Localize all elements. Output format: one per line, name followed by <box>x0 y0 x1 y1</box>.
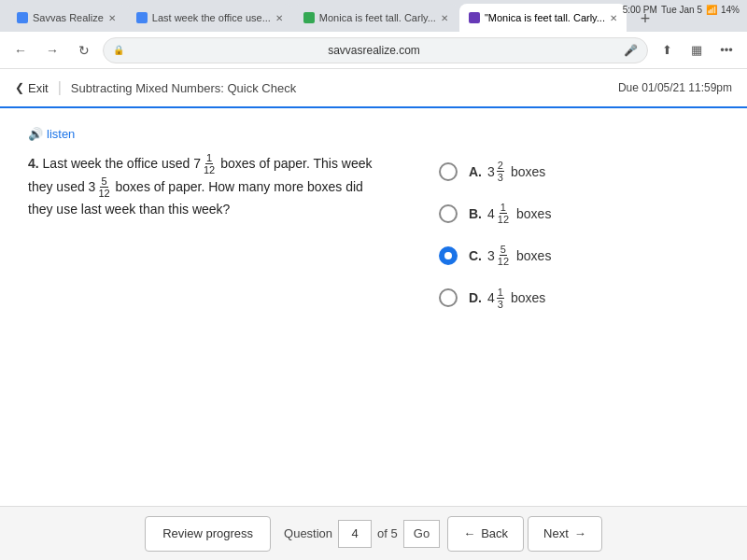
back-nav-button[interactable]: ← <box>7 37 34 63</box>
go-label: Go <box>414 526 430 540</box>
chevron-left-icon: ❮ <box>15 81 24 94</box>
question-row: 4. Last week the office used 7112 boxes … <box>28 150 719 310</box>
new-tab-button[interactable]: + <box>632 6 658 32</box>
back-arrow-icon: ← <box>463 526 475 540</box>
browser-chrome: Savvas Realize ✕ Last week the office us… <box>0 0 747 69</box>
review-progress-label: Review progress <box>162 526 253 540</box>
tab-monica[interactable]: Monica is feet tall. Carly... ✕ <box>294 4 458 32</box>
tab-label-1: Savvas Realize <box>33 12 104 23</box>
option-c-letter: C. <box>469 248 482 263</box>
menu-icon[interactable]: ••• <box>713 37 740 63</box>
option-b-value: 4112 <box>487 202 511 225</box>
speaker-icon: 🔊 <box>28 127 43 141</box>
tab-savvas-realize[interactable]: Savvas Realize ✕ <box>7 4 125 32</box>
tab-close-2[interactable]: ✕ <box>275 13 283 23</box>
lock-icon: 🔒 <box>113 45 124 55</box>
option-c[interactable]: C. 3512 boxes <box>439 244 719 267</box>
question-text: 4. Last week the office used 7112 boxes … <box>28 152 383 221</box>
radio-c[interactable] <box>439 246 458 265</box>
exit-label: Exit <box>28 81 49 95</box>
tab-favicon-4 <box>469 12 480 23</box>
url-text: savvasrealize.com <box>130 44 618 57</box>
tab-close-4[interactable]: ✕ <box>610 13 617 23</box>
question-label: Question <box>278 526 338 540</box>
option-c-value: 3512 <box>487 244 511 267</box>
next-button[interactable]: Next → <box>528 516 602 552</box>
review-progress-button[interactable]: Review progress <box>145 516 271 552</box>
option-d[interactable]: D. 413 boxes <box>439 287 719 310</box>
page-title: Subtracting Mixed Numbers: Quick Check <box>71 81 296 95</box>
answer-options: A. 323 boxes B. 4112 boxes <box>439 150 719 310</box>
back-button[interactable]: ← Back <box>447 516 524 552</box>
option-a-value: 323 <box>487 160 505 183</box>
radio-b[interactable] <box>439 204 458 223</box>
tab-monica-quote[interactable]: "Monica is feet tall. Carly... ✕ <box>459 4 627 32</box>
tab-favicon-1 <box>17 12 28 23</box>
option-b[interactable]: B. 4112 boxes <box>439 202 719 225</box>
option-c-label: C. 3512 boxes <box>469 244 551 267</box>
next-label: Next <box>543 526 569 540</box>
option-a-label: A. 323 boxes <box>469 160 545 183</box>
next-arrow-icon: → <box>574 526 586 540</box>
share-icon[interactable]: ⬆ <box>654 37 680 63</box>
tab-favicon-2 <box>136 12 148 23</box>
option-a-letter: A. <box>469 164 482 179</box>
address-bar[interactable]: 🔒 savvasrealize.com 🎤 <box>103 37 648 63</box>
app-header-left: ❮ Exit | Subtracting Mixed Numbers: Quic… <box>15 79 296 96</box>
option-b-label: B. 4112 boxes <box>469 202 551 225</box>
forward-nav-button[interactable]: → <box>39 37 65 63</box>
app-header: ❮ Exit | Subtracting Mixed Numbers: Quic… <box>0 69 747 108</box>
nav-right-icons: ⬆ ▦ ••• <box>654 37 740 63</box>
due-date: Due 01/05/21 11:59pm <box>618 81 732 94</box>
option-d-suffix: boxes <box>511 290 545 305</box>
option-b-suffix: boxes <box>516 206 551 221</box>
mic-icon: 🎤 <box>624 44 638 57</box>
question-number-input[interactable] <box>338 520 372 548</box>
divider: | <box>58 79 62 96</box>
listen-button[interactable]: 🔊 listen <box>28 127 719 141</box>
go-button[interactable]: Go <box>403 520 440 548</box>
option-d-value: 413 <box>487 287 505 310</box>
option-d-label: D. 413 boxes <box>469 287 545 310</box>
tab-close-3[interactable]: ✕ <box>441 13 448 23</box>
radio-d[interactable] <box>439 288 458 307</box>
mixed-number-1: 7112 <box>193 152 217 175</box>
reload-button[interactable]: ↻ <box>71 37 97 63</box>
of-label: of 5 <box>372 526 403 540</box>
option-a[interactable]: A. 323 boxes <box>439 160 719 183</box>
option-b-letter: B. <box>469 206 482 221</box>
mixed-number-2: 3512 <box>89 175 112 199</box>
listen-label: listen <box>47 127 75 141</box>
back-label: Back <box>481 526 508 540</box>
bottom-bar: Review progress Question of 5 Go ← Back … <box>0 506 747 560</box>
navigation-bar: ← → ↻ 🔒 savvasrealize.com 🎤 ⬆ ▦ ••• <box>0 32 747 69</box>
option-d-letter: D. <box>469 290 482 305</box>
radio-c-inner <box>444 252 452 259</box>
tab-favicon-3 <box>303 12 315 23</box>
tab-label-2: Last week the office use... <box>152 12 271 23</box>
tab-close-1[interactable]: ✕ <box>108 13 116 23</box>
tab-office[interactable]: Last week the office use... ✕ <box>127 4 292 32</box>
tab-label-3: Monica is feet tall. Carly... <box>319 12 436 23</box>
option-c-suffix: boxes <box>516 248 551 263</box>
tab-label-4: "Monica is feet tall. Carly... <box>485 12 605 23</box>
question-number: 4. <box>28 156 39 171</box>
option-a-suffix: boxes <box>511 164 545 179</box>
tab-bar: Savvas Realize ✕ Last week the office us… <box>0 0 747 32</box>
tabs-icon[interactable]: ▦ <box>684 37 710 63</box>
question-left: 4. Last week the office used 7112 boxes … <box>28 150 383 310</box>
content-area: 🔊 listen 4. Last week the office used 71… <box>0 108 747 474</box>
exit-button[interactable]: ❮ Exit <box>15 81 49 95</box>
radio-a[interactable] <box>439 162 458 181</box>
question-navigator: Question of 5 Go <box>278 520 440 548</box>
